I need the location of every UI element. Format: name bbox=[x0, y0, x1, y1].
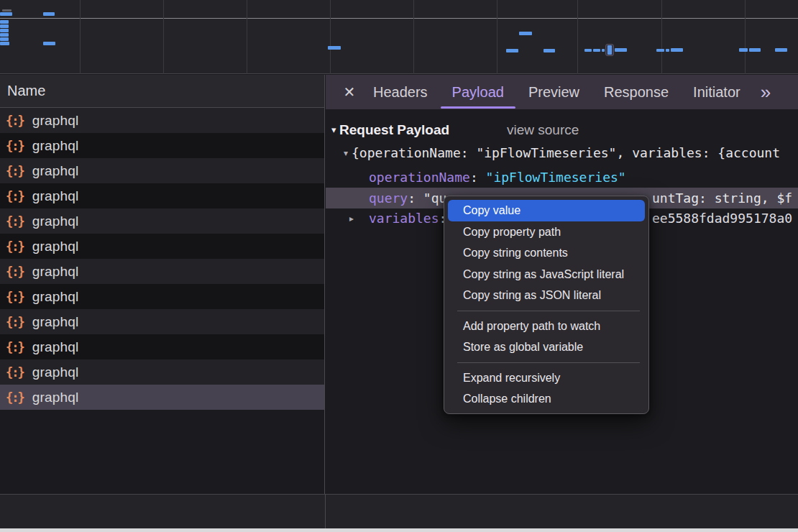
menu-item-expand-recursively[interactable]: Expand recursively bbox=[444, 367, 648, 389]
table-row[interactable]: {:}graphql bbox=[0, 359, 324, 385]
overview-gray-marker bbox=[2, 9, 12, 12]
overview-gridline bbox=[745, 0, 746, 74]
overview-gridline bbox=[80, 0, 81, 74]
waterfall-bar bbox=[666, 49, 669, 52]
overview-gridline bbox=[247, 0, 247, 74]
table-row[interactable]: {:}graphql bbox=[0, 259, 324, 284]
menu-item-collapse-children[interactable]: Collapse children bbox=[444, 388, 648, 410]
panel-divider bbox=[325, 494, 326, 528]
expand-triangle-icon: ▸ bbox=[349, 208, 354, 229]
requests-panel: Name {:}graphql{:}graphql{:}graphql{:}gr… bbox=[0, 75, 325, 528]
window-bottom-edge bbox=[0, 528, 798, 532]
waterfall-bar bbox=[593, 49, 600, 52]
overview-gridline bbox=[413, 0, 414, 74]
status-footer bbox=[0, 494, 798, 528]
context-menu: Copy valueCopy property pathCopy string … bbox=[444, 196, 649, 414]
menu-item-copy-string-as-javascript-literal[interactable]: Copy string as JavaScript literal bbox=[444, 264, 648, 285]
waterfall-bar bbox=[0, 33, 9, 37]
menu-separator bbox=[457, 311, 640, 311]
waterfall-bar bbox=[775, 48, 787, 52]
property-key: variables bbox=[369, 211, 446, 226]
menu-item-copy-string-contents[interactable]: Copy string contents bbox=[444, 242, 648, 264]
waterfall-bar bbox=[43, 12, 55, 16]
json-braces-icon: {:} bbox=[6, 139, 24, 153]
payload-row-operationName[interactable]: operationName "ipFlowTimeseries" bbox=[326, 168, 798, 188]
waterfall-bar bbox=[749, 48, 761, 52]
table-row[interactable]: {:}graphql bbox=[0, 183, 324, 208]
table-row[interactable]: {:}graphql bbox=[0, 234, 324, 259]
json-braces-icon: {:} bbox=[6, 265, 24, 279]
property-value: "ipFlowTimeseries" bbox=[486, 170, 626, 185]
json-braces-icon: {:} bbox=[6, 290, 24, 304]
waterfall-bar bbox=[0, 37, 9, 41]
json-braces-icon: {:} bbox=[6, 164, 24, 178]
waterfall-bar bbox=[506, 49, 518, 52]
waterfall-bar bbox=[519, 32, 532, 35]
network-overview-waterfall[interactable] bbox=[0, 0, 798, 74]
waterfall-bar bbox=[656, 49, 664, 52]
request-name: graphql bbox=[32, 314, 79, 330]
menu-item-copy-property-path[interactable]: Copy property path bbox=[444, 221, 648, 243]
waterfall-bar bbox=[544, 49, 555, 52]
request-name: graphql bbox=[32, 113, 79, 129]
overview-gridline bbox=[163, 0, 164, 74]
table-row[interactable]: {:}graphql bbox=[0, 108, 324, 133]
table-row[interactable]: {:}graphql bbox=[0, 284, 324, 309]
waterfall-bar bbox=[0, 20, 9, 24]
json-braces-icon: {:} bbox=[6, 315, 24, 329]
waterfall-bar bbox=[584, 49, 592, 52]
json-braces-icon: {:} bbox=[6, 390, 24, 405]
menu-separator bbox=[457, 362, 640, 363]
request-name: graphql bbox=[32, 214, 79, 229]
waterfall-bar bbox=[671, 48, 683, 52]
selected-request-marker bbox=[605, 44, 614, 56]
json-braces-icon: {:} bbox=[6, 365, 24, 380]
request-name: graphql bbox=[32, 239, 79, 254]
json-braces-icon: {:} bbox=[6, 114, 24, 128]
table-row[interactable]: {:}graphql bbox=[0, 208, 324, 234]
json-braces-icon: {:} bbox=[6, 340, 24, 354]
overview-gridline bbox=[497, 0, 497, 74]
waterfall-bar bbox=[0, 24, 9, 28]
overview-baseline bbox=[0, 18, 798, 19]
collapse-triangle-icon: ▾ bbox=[344, 143, 348, 163]
overview-gridline bbox=[661, 0, 662, 74]
request-name: graphql bbox=[32, 364, 79, 380]
payload-root-row[interactable]: ▾ {operationName: "ipFlowTimeseries", va… bbox=[326, 143, 798, 163]
waterfall-bar bbox=[0, 12, 12, 16]
menu-item-store-as-global-variable[interactable]: Store as global variable bbox=[444, 336, 648, 358]
property-value-end: ee5588fdad995178a0 bbox=[652, 208, 792, 229]
overview-gridline bbox=[577, 0, 578, 74]
table-row[interactable]: {:}graphql bbox=[0, 334, 324, 359]
request-rows: {:}graphql{:}graphql{:}graphql{:}graphql… bbox=[0, 108, 324, 410]
property-value-end: untTag: string, $f bbox=[652, 188, 792, 208]
waterfall-bar bbox=[0, 42, 9, 45]
table-row[interactable]: {:}graphql bbox=[0, 133, 324, 158]
json-braces-icon: {:} bbox=[6, 239, 24, 254]
json-braces-icon: {:} bbox=[6, 189, 24, 203]
devtools-network-panel: Name {:}graphql{:}graphql{:}graphql{:}gr… bbox=[0, 0, 798, 532]
json-braces-icon: {:} bbox=[6, 214, 24, 229]
waterfall-bar bbox=[739, 48, 748, 52]
request-name: graphql bbox=[32, 138, 79, 154]
waterfall-bar bbox=[328, 46, 341, 50]
property-value-start: "qu bbox=[416, 191, 446, 206]
menu-item-copy-string-as-json-literal[interactable]: Copy string as JSON literal bbox=[444, 285, 648, 306]
selected-request-bar bbox=[607, 45, 612, 55]
request-name: graphql bbox=[32, 163, 79, 179]
object-preview: {operationName: "ipFlowTimeseries", vari… bbox=[352, 143, 780, 163]
table-row[interactable]: {:}graphql bbox=[0, 158, 324, 183]
request-name: graphql bbox=[32, 188, 79, 204]
request-name: graphql bbox=[32, 289, 79, 305]
menu-item-add-property-path-to-watch[interactable]: Add property path to watch bbox=[444, 316, 648, 337]
waterfall-bar bbox=[615, 48, 627, 52]
waterfall-bar bbox=[602, 49, 605, 52]
name-column-header[interactable]: Name bbox=[0, 75, 324, 108]
table-row[interactable]: {:}graphql bbox=[0, 309, 324, 334]
waterfall-bar bbox=[43, 42, 55, 45]
property-key: operationName bbox=[369, 170, 478, 185]
menu-item-copy-value[interactable]: Copy value bbox=[448, 200, 645, 221]
name-column-label: Name bbox=[7, 83, 45, 98]
table-row[interactable]: {:}graphql bbox=[0, 385, 324, 410]
request-name: graphql bbox=[32, 264, 79, 280]
